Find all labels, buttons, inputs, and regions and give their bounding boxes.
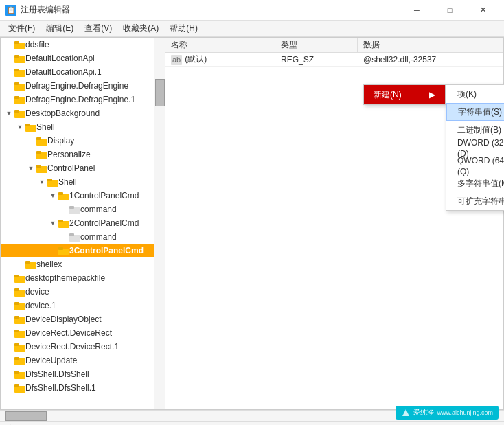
tree-scrollbar[interactable] (154, 38, 165, 409)
cell-data-default: @shell32.dll,-32537 (358, 53, 503, 67)
menu-view[interactable]: 查看(V) (79, 21, 117, 36)
svg-rect-17 (36, 151, 41, 154)
tree-item-1controlpanelcmd[interactable]: ▼ 1ControlPanelCmd (1, 189, 154, 203)
tree-label: DefragEngine.DefragEngine.1 (25, 95, 135, 104)
svg-rect-3 (14, 55, 19, 58)
folder-icon (14, 67, 25, 77)
folder-icon (14, 342, 25, 352)
svg-rect-45 (14, 343, 19, 346)
folder-icon (25, 122, 36, 132)
tree-label: DefragEngine.DefragEngine (25, 81, 128, 91)
tree-label: Personalize (47, 150, 91, 159)
tree-item-device1[interactable]: device.1 (1, 299, 154, 312)
minimize-button[interactable]: ─ (401, 0, 433, 21)
folder-icon (69, 205, 80, 214)
tree-item-shellex[interactable]: shellex (1, 257, 154, 271)
submenu-item-multistring[interactable]: 多字符串值(M) (446, 174, 504, 192)
tree-item-defragengine[interactable]: DefragEngine.DefragEngine (1, 79, 154, 93)
tree-item-defragengine1[interactable]: DefragEngine.DefragEngine.1 (1, 93, 154, 106)
tree-item-personalize[interactable]: Personalize (1, 148, 154, 161)
tree-item-defaultlocationapi1[interactable]: DefaultLocationApi.1 (1, 65, 154, 79)
submenu-item-expandstring[interactable]: 可扩充字符串值(E) (446, 192, 504, 210)
tree-item-devicerect1[interactable]: DeviceRect.DeviceRect.1 (1, 340, 154, 354)
tree-item-devicerect[interactable]: DeviceRect.DeviceRect (1, 326, 154, 340)
folder-icon (14, 54, 25, 63)
submenu-label-binary: 二进制值(B) (457, 124, 501, 136)
expand-placeholder (58, 204, 69, 215)
h-scroll-thumb[interactable] (5, 411, 47, 421)
expand-placeholder (14, 259, 25, 270)
tree-item-3controlpanelcmd[interactable]: 3ControlPanelCmd (1, 244, 154, 257)
submenu-item-xiang[interactable]: 项(K) (446, 85, 504, 103)
svg-rect-37 (14, 288, 19, 291)
tree-label: DeviceRect.DeviceRect (25, 328, 112, 338)
folder-icon (14, 369, 25, 379)
svg-rect-49 (14, 371, 19, 374)
submenu-item-string[interactable]: 字符串值(S) (446, 103, 504, 121)
tree-item-display[interactable]: Display (1, 134, 154, 148)
cell-name-value: (默认) (185, 54, 207, 65)
expand-placeholder (3, 341, 14, 352)
tree-item-dfsshell[interactable]: DfsShell.DfsShell (1, 367, 154, 381)
tree-label: 3ControlPanelCmd (69, 246, 144, 255)
tree-item-shell-desktopbg[interactable]: ▼ Shell (1, 120, 154, 134)
status-bar: 计算机\HKEY_CLASSES_ROOT\DesktopBackground\… (0, 421, 504, 425)
col-header-type: 类型 (275, 38, 358, 53)
context-menu-new: 新建(N) ▶ (363, 84, 446, 105)
expand-placeholder (3, 273, 14, 284)
tree-item-desktoptheme[interactable]: desktopthemepackfile (1, 271, 154, 285)
submenu-label-xiang: 项(K) (457, 89, 477, 100)
watermark-icon (401, 408, 411, 417)
folder-icon (14, 328, 25, 338)
tree-label-ddsfile: ddsfile (25, 40, 49, 49)
title-bar: 📋 注册表编辑器 ─ □ ✕ (0, 0, 504, 21)
folder-icon (14, 383, 25, 393)
tree-item-dfsshell1[interactable]: DfsShell.DfsShell.1 (1, 381, 154, 395)
folder-icon (14, 95, 25, 104)
svg-rect-23 (58, 192, 63, 195)
expand-placeholder (3, 355, 14, 366)
folder-icon (14, 273, 25, 283)
tree-label: Shell (36, 122, 55, 132)
column-headers: 名称 类型 数据 (165, 38, 503, 53)
svg-rect-33 (25, 261, 30, 264)
submenu-label-qword: QWORD (64 位值)(Q) (457, 155, 504, 176)
tree-item-command2[interactable]: command (1, 230, 154, 244)
new-item-label: 新建(N) (374, 89, 402, 101)
menu-help[interactable]: 帮助(H) (164, 21, 203, 36)
app-icon: 📋 (5, 5, 16, 16)
submenu-item-binary[interactable]: 二进制值(B) (446, 121, 504, 139)
maximize-button[interactable]: □ (434, 0, 466, 21)
main-layout: ddsfile DefaultLocationApi DefaultLocati… (0, 37, 504, 410)
menu-edit[interactable]: 编辑(E) (41, 21, 79, 36)
submenu-item-qword[interactable]: QWORD (64 位值)(Q) (446, 157, 504, 174)
tree-item-desktopbackground[interactable]: ▼ DesktopBackground (1, 106, 154, 120)
expand-icon-2cpc: ▼ (47, 218, 58, 229)
context-menu-new-item[interactable]: 新建(N) ▶ (364, 85, 445, 104)
expand-icon-shell-cp: ▼ (36, 176, 47, 187)
expand-placeholder (3, 328, 14, 338)
submenu-item-dword[interactable]: DWORD (32 位值)(D) (446, 139, 504, 157)
tree-label: DeviceRect.DeviceRect.1 (25, 342, 119, 352)
expand-placeholder (3, 94, 14, 105)
tree-item-controlpanel[interactable]: ▼ ControlPanel (1, 161, 154, 175)
tree-scroll-thumb[interactable] (155, 79, 165, 106)
svg-rect-51 (14, 384, 19, 387)
tree-item-device[interactable]: device (1, 285, 154, 299)
tree-label: command (80, 232, 117, 242)
tree-item-2controlpanelcmd[interactable]: ▼ 2ControlPanelCmd (1, 216, 154, 230)
tree-item-devicedisplay[interactable]: DeviceDisplayObject (1, 312, 154, 326)
tree-item-ddsfile[interactable]: ddsfile (1, 38, 154, 51)
tree-item-shell-cp[interactable]: ▼ Shell (1, 175, 154, 189)
tree-item-deviceupdate[interactable]: DeviceUpdate (1, 354, 154, 367)
tree-item-defaultlocationapi[interactable]: DefaultLocationApi (1, 51, 154, 65)
close-button[interactable]: ✕ (467, 0, 499, 21)
expand-placeholder (3, 80, 14, 91)
expand-placeholder (58, 231, 69, 242)
tree-item-command1[interactable]: command (1, 203, 154, 216)
menu-favorites[interactable]: 收藏夹(A) (117, 21, 164, 36)
data-row-default[interactable]: ab (默认) REG_SZ @shell32.dll,-32537 (165, 53, 503, 67)
tree-label: device (25, 287, 49, 297)
menu-file[interactable]: 文件(F) (3, 21, 41, 36)
tree-label: shellex (36, 260, 62, 269)
